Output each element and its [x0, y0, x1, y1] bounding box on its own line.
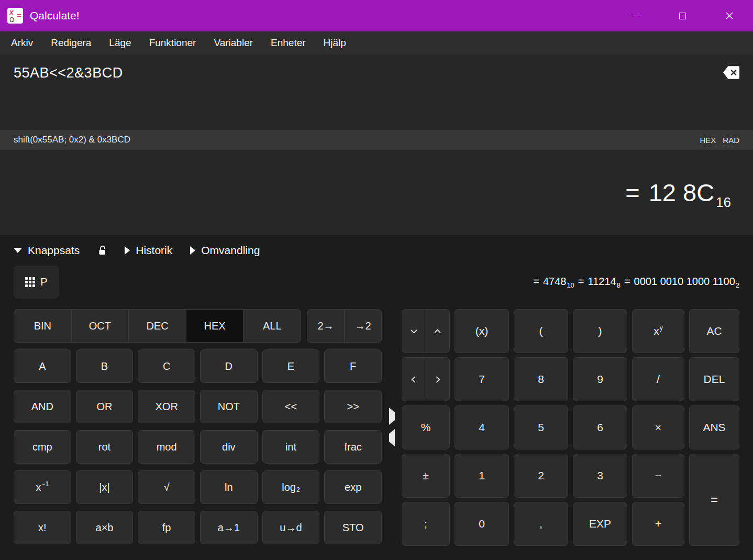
key-close-paren[interactable]: ) — [573, 309, 627, 353]
key-not[interactable]: NOT — [200, 390, 258, 423]
key-dec[interactable]: DEC — [128, 309, 186, 343]
key-updown-group — [402, 309, 450, 353]
conv-equals: = — [533, 276, 539, 287]
key-sto[interactable]: STO — [324, 511, 382, 544]
keypad-lock-button[interactable] — [98, 245, 107, 256]
key-all[interactable]: ALL — [243, 309, 301, 343]
backspace-button[interactable] — [723, 66, 739, 81]
key-fp[interactable]: fp — [138, 511, 195, 544]
menu-arkiv[interactable]: Arkiv — [2, 31, 42, 54]
key-equals[interactable]: = — [689, 454, 739, 546]
key-sqrt[interactable]: √ — [138, 470, 195, 504]
key-1[interactable]: 1 — [455, 454, 509, 498]
key-8[interactable]: 8 — [514, 357, 568, 401]
expression-area[interactable]: 55AB<<2&3BCD — [0, 54, 753, 130]
key-log2[interactable]: log2 — [262, 470, 320, 504]
key-mod[interactable]: mod — [138, 430, 195, 464]
key-7[interactable]: 7 — [455, 357, 509, 401]
minimize-icon — [632, 16, 639, 16]
key-leftright-group — [402, 357, 450, 401]
key-del[interactable]: DEL — [689, 357, 739, 401]
key-ans[interactable]: ANS — [689, 405, 739, 449]
close-button[interactable] — [706, 0, 753, 31]
key-b[interactable]: B — [76, 349, 134, 383]
key-apply-function[interactable]: (x) — [455, 309, 509, 353]
minimize-button[interactable] — [612, 0, 659, 31]
menu-enheter[interactable]: Enheter — [262, 31, 315, 54]
menu-redigera[interactable]: Redigera — [42, 31, 100, 54]
key-e[interactable]: E — [262, 349, 320, 383]
key-and[interactable]: AND — [14, 390, 71, 423]
key-right[interactable] — [426, 358, 450, 401]
key-a[interactable]: A — [14, 349, 71, 383]
angle-mode-indicator[interactable]: RAD — [723, 136, 739, 145]
key-3[interactable]: 3 — [573, 454, 627, 498]
key-exp-func[interactable]: exp — [324, 470, 382, 504]
key-2[interactable]: 2 — [514, 454, 568, 498]
key-frac[interactable]: frac — [324, 430, 382, 464]
key-percent[interactable]: % — [402, 405, 450, 449]
key-bin[interactable]: BIN — [14, 309, 72, 343]
key-comma[interactable]: , — [514, 502, 568, 546]
key-ln[interactable]: ln — [200, 470, 258, 504]
key-u-to-d[interactable]: u→d — [262, 511, 320, 544]
result-display: = 12 8C 16 — [625, 178, 731, 207]
key-int[interactable]: int — [262, 430, 320, 464]
key-shift-right[interactable]: >> — [324, 390, 382, 423]
menu-funktioner[interactable]: Funktioner — [140, 31, 205, 54]
key-open-paren[interactable]: ( — [514, 309, 568, 353]
key-a-times-b[interactable]: a×b — [76, 511, 134, 544]
key-d[interactable]: D — [200, 349, 258, 383]
key-factorial[interactable]: x! — [14, 511, 71, 544]
key-subtract[interactable]: − — [632, 454, 684, 498]
key-power[interactable]: xy — [632, 309, 684, 353]
menu-lage[interactable]: Läge — [100, 31, 140, 54]
panel-keypad-label: Knappsats — [28, 244, 80, 257]
key-9[interactable]: 9 — [573, 357, 627, 401]
key-a-to-1[interactable]: a→1 — [200, 511, 258, 544]
key-cmp[interactable]: cmp — [14, 430, 71, 464]
key-c[interactable]: C — [138, 349, 195, 383]
key-semicolon[interactable]: ; — [402, 502, 450, 546]
key-or[interactable]: OR — [76, 390, 134, 423]
key-down[interactable] — [402, 310, 426, 353]
key-f[interactable]: F — [324, 349, 382, 383]
expand-left-handle[interactable] — [387, 432, 396, 443]
expand-right-handle[interactable] — [387, 411, 396, 422]
key-4[interactable]: 4 — [455, 405, 509, 449]
key-2-to[interactable]: 2→ — [307, 309, 345, 343]
key-left[interactable] — [402, 358, 426, 401]
key-shift-left[interactable]: << — [262, 390, 320, 423]
right-keypad: (x) ( ) xy AC 7 8 9 / — [402, 309, 739, 546]
key-to-2[interactable]: →2 — [344, 309, 382, 343]
menu-variabler[interactable]: Variabler — [205, 31, 262, 54]
key-inverse[interactable]: x−1 — [14, 470, 71, 504]
conv-equals: = — [624, 276, 630, 287]
chevron-left-icon — [409, 375, 418, 384]
key-rot[interactable]: rot — [76, 430, 134, 464]
key-multiply[interactable]: × — [632, 405, 684, 449]
panel-toggle-history[interactable]: Historik — [125, 244, 172, 257]
key-0[interactable]: 0 — [455, 502, 509, 546]
base-mode-indicator[interactable]: HEX — [700, 136, 716, 145]
key-abs[interactable]: |x| — [76, 470, 134, 504]
key-hex[interactable]: HEX — [186, 309, 244, 343]
expression-input[interactable]: 55AB<<2&3BCD — [14, 65, 723, 119]
key-add[interactable]: + — [632, 502, 684, 546]
programming-keypad-button[interactable]: P — [14, 266, 59, 299]
panel-toggle-conversion[interactable]: Omvandling — [190, 244, 260, 257]
menu-hjalp[interactable]: Hjälp — [315, 31, 355, 54]
key-ac[interactable]: AC — [689, 309, 739, 353]
key-exp10[interactable]: EXP — [573, 502, 627, 546]
key-divide[interactable]: / — [632, 357, 684, 401]
key-xor[interactable]: XOR — [138, 390, 195, 423]
key-div[interactable]: div — [200, 430, 258, 464]
key-up[interactable] — [426, 310, 450, 353]
key-plusminus[interactable]: ± — [402, 454, 450, 498]
key-oct[interactable]: OCT — [71, 309, 129, 343]
maximize-button[interactable] — [659, 0, 706, 31]
panel-toggle-keypad[interactable]: Knappsats — [14, 244, 80, 257]
result-base: 16 — [716, 194, 731, 211]
key-5[interactable]: 5 — [514, 405, 568, 449]
key-6[interactable]: 6 — [573, 405, 627, 449]
